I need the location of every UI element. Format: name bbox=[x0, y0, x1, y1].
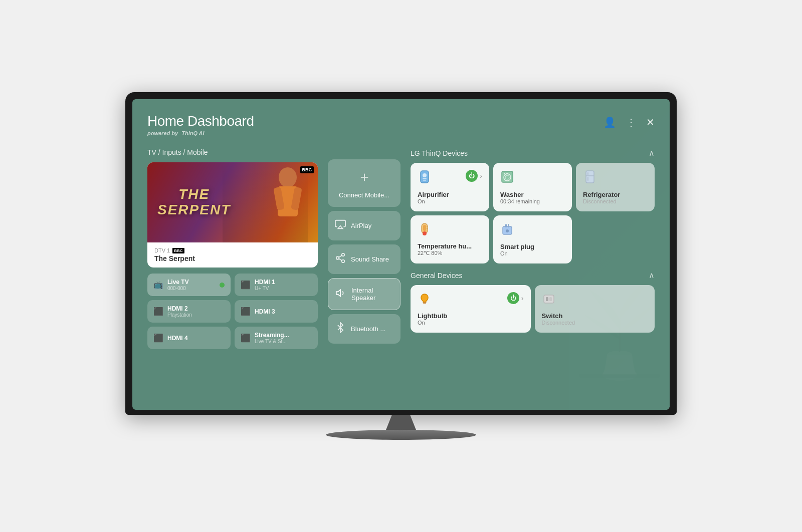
switch-name: Switch bbox=[542, 312, 648, 320]
header-title: Home Dashboard powered by ThinQ AI bbox=[147, 113, 254, 136]
middle-column: ＋ Connect Mobile... AirPlay bbox=[328, 159, 400, 349]
internal-speaker-card[interactable]: Internal Speaker bbox=[328, 278, 400, 310]
airplay-label: AirPlay bbox=[351, 222, 371, 229]
bluetooth-icon bbox=[335, 322, 346, 336]
hdmi2-name: HDMI 2 bbox=[167, 305, 192, 312]
svg-line-12 bbox=[339, 258, 342, 260]
svg-rect-29 bbox=[423, 225, 426, 231]
svg-rect-18 bbox=[423, 180, 426, 181]
airpurifier-name: Airpurifier bbox=[418, 191, 482, 198]
temperature-top bbox=[418, 222, 482, 238]
streaming-info: Streaming... Live TV & St... bbox=[255, 332, 289, 344]
svg-rect-23 bbox=[506, 173, 508, 174]
main-layout: TV / Inputs / Mobile bbox=[147, 148, 655, 349]
connect-mobile-label: Connect Mobile... bbox=[339, 191, 389, 199]
device-washer[interactable]: Washer 00:34 remaining bbox=[493, 163, 572, 211]
show-title-display: THESERPENT bbox=[157, 187, 231, 218]
hdmi3-icon: ⬛ bbox=[241, 307, 251, 316]
input-live-tv[interactable]: 📺 Live TV 000-000 bbox=[147, 274, 231, 296]
lightbulb-info: Lightbulb On bbox=[418, 308, 524, 326]
hdmi1-sub: U+ TV bbox=[255, 286, 275, 291]
input-hdmi3[interactable]: ⬛ HDMI 3 bbox=[235, 300, 318, 323]
svg-point-36 bbox=[506, 229, 509, 232]
svg-rect-17 bbox=[423, 178, 427, 179]
connect-mobile-card[interactable]: ＋ Connect Mobile... bbox=[328, 159, 400, 207]
right-column: LG ThinQ Devices ∧ bbox=[411, 148, 655, 349]
streaming-icon: ⬛ bbox=[241, 333, 251, 343]
tv-preview-card[interactable]: BBC THESERPENT DTV 1 BBC The Serpent bbox=[147, 162, 318, 268]
hdmi1-info: HDMI 1 U+ TV bbox=[255, 279, 275, 291]
input-hdmi4[interactable]: ⬛ HDMI 4 bbox=[147, 327, 231, 349]
device-airpurifier[interactable]: ⏻ › Airpurifier On bbox=[411, 163, 489, 211]
washer-status: 00:34 remaining bbox=[500, 198, 565, 204]
device-switch[interactable]: Switch Disconnected bbox=[535, 285, 655, 333]
channel-info: DTV 1 BBC bbox=[154, 247, 311, 253]
washer-name: Washer bbox=[500, 191, 565, 198]
hdmi3-name: HDMI 3 bbox=[255, 308, 275, 315]
device-lightbulb[interactable]: ⏻ › Lightbulb On bbox=[411, 285, 531, 333]
subtitle-prefix: powered by bbox=[147, 130, 178, 136]
svg-rect-40 bbox=[549, 297, 552, 301]
svg-rect-35 bbox=[508, 224, 509, 227]
device-smartplug[interactable]: Smart plug On bbox=[493, 215, 572, 263]
live-tv-icon: 📺 bbox=[153, 280, 163, 290]
airplay-card[interactable]: AirPlay bbox=[328, 211, 400, 240]
smartplug-info: Smart plug On bbox=[500, 239, 565, 256]
refrigerator-info: Refrigerator Disconnected bbox=[583, 187, 648, 204]
device-refrigerator[interactable]: Refrigerator Disconnected bbox=[576, 163, 655, 211]
lightbulb-top: ⏻ › bbox=[418, 292, 524, 308]
svg-rect-39 bbox=[546, 297, 548, 301]
connect-plus-icon: ＋ bbox=[357, 167, 371, 186]
svg-point-11 bbox=[342, 260, 345, 263]
tv-bezel: Home Dashboard powered by ThinQ AI 👤 ⋮ ✕ bbox=[125, 92, 677, 415]
close-icon[interactable]: ✕ bbox=[646, 116, 655, 128]
dashboard-title: Home Dashboard bbox=[147, 113, 254, 129]
input-hdmi2[interactable]: ⬛ HDMI 2 Playstation bbox=[147, 300, 231, 323]
lightbulb-power-btn[interactable]: ⏻ bbox=[507, 292, 519, 304]
refrigerator-top bbox=[583, 170, 648, 186]
sound-share-icon bbox=[335, 252, 346, 266]
washer-icon bbox=[500, 170, 514, 186]
svg-point-30 bbox=[423, 231, 427, 235]
hdmi2-icon: ⬛ bbox=[153, 307, 163, 316]
user-icon[interactable]: 👤 bbox=[604, 116, 616, 128]
general-header: General Devices ∧ bbox=[411, 271, 655, 280]
header-subtitle: powered by ThinQ AI bbox=[147, 130, 254, 136]
hdmi4-name: HDMI 4 bbox=[167, 335, 188, 342]
switch-info: Switch Disconnected bbox=[542, 308, 648, 326]
refrigerator-icon bbox=[583, 170, 597, 186]
speaker-icon bbox=[335, 288, 346, 301]
bluetooth-card[interactable]: Bluetooth ... bbox=[328, 314, 400, 344]
device-temperature[interactable]: Temperature hu... 22℃ 80% bbox=[411, 215, 489, 263]
switch-status: Disconnected bbox=[542, 320, 648, 326]
header: Home Dashboard powered by ThinQ AI 👤 ⋮ ✕ bbox=[147, 113, 655, 136]
live-badge bbox=[220, 283, 225, 288]
svg-point-4 bbox=[279, 167, 297, 187]
tv-thumbnail: BBC THESERPENT bbox=[147, 162, 318, 242]
switch-top bbox=[542, 292, 648, 308]
general-device-grid: ⏻ › Lightbulb On bbox=[411, 285, 655, 333]
input-streaming[interactable]: ⬛ Streaming... Live TV & St... bbox=[235, 327, 318, 349]
sound-share-card[interactable]: Sound Share bbox=[328, 244, 400, 274]
refrigerator-status: Disconnected bbox=[583, 198, 648, 204]
tv-preview-info: DTV 1 BBC The Serpent bbox=[147, 242, 318, 268]
brand-name: ThinQ AI bbox=[181, 130, 204, 136]
thinq-collapse-btn[interactable]: ∧ bbox=[649, 148, 655, 158]
airpurifier-power-btn[interactable]: ⏻ bbox=[466, 170, 478, 182]
bbc-badge: BBC bbox=[300, 166, 314, 173]
thinq-label: LG ThinQ Devices bbox=[411, 149, 468, 157]
general-collapse-btn[interactable]: ∧ bbox=[649, 271, 655, 280]
airpurifier-status: On bbox=[418, 198, 482, 204]
hdmi4-icon: ⬛ bbox=[153, 333, 163, 343]
refrigerator-name: Refrigerator bbox=[583, 191, 648, 198]
svg-rect-22 bbox=[504, 173, 505, 174]
menu-icon[interactable]: ⋮ bbox=[626, 116, 636, 128]
washer-top bbox=[500, 170, 565, 186]
svg-rect-34 bbox=[505, 224, 507, 227]
general-section: General Devices ∧ bbox=[411, 271, 655, 333]
switch-icon bbox=[542, 292, 556, 308]
lightbulb-controls: ⏻ › bbox=[507, 292, 524, 304]
header-actions: 👤 ⋮ ✕ bbox=[604, 116, 655, 128]
input-hdmi1[interactable]: ⬛ HDMI 1 U+ TV bbox=[235, 274, 318, 296]
lightbulb-chevron: › bbox=[521, 294, 524, 302]
